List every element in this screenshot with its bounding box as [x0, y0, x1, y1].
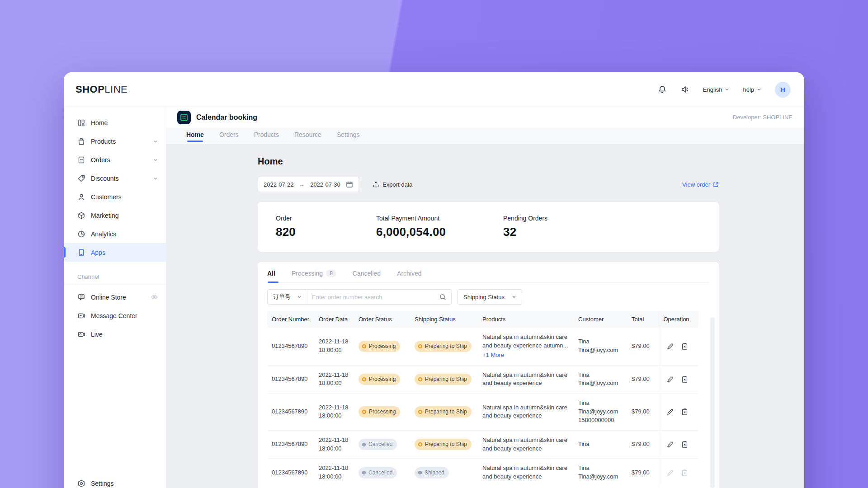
table-scrollbar[interactable]	[710, 317, 715, 488]
notification-bell-icon[interactable]	[658, 85, 667, 94]
tab-all[interactable]: All	[267, 270, 275, 282]
col-products: Products	[478, 311, 574, 328]
cell-total: $79.00	[627, 394, 659, 431]
status-badge: Shipped	[415, 467, 449, 479]
tab-settings[interactable]: Settings	[337, 131, 360, 142]
sidebar-item-live[interactable]: Live	[64, 325, 166, 343]
tab-label: Processing	[292, 270, 323, 277]
shopline-logo: SHOPLINE	[75, 84, 127, 95]
dot-icon	[418, 471, 422, 474]
ring-icon	[418, 410, 422, 414]
tab-label: Cancelled	[353, 270, 381, 277]
edit-icon[interactable]	[666, 441, 674, 448]
stat-order: Order 820	[276, 215, 376, 239]
status-badge: Processing	[359, 341, 400, 352]
status-badge: Preparing to Ship	[415, 341, 472, 352]
sidebar-item-label: Products	[91, 138, 153, 145]
sidebar: Home Products Orders Discounts Customers	[64, 107, 166, 488]
user-avatar[interactable]: H	[775, 82, 791, 98]
cell-order-data: 2022-11-1818:00:00	[314, 365, 354, 394]
edit-icon[interactable]	[666, 375, 674, 383]
help-menu[interactable]: help	[743, 86, 761, 93]
cell-operation	[659, 430, 698, 459]
ring-icon	[418, 442, 422, 446]
stat-value: 32	[503, 225, 547, 239]
ring-icon	[418, 344, 422, 348]
tab-orders[interactable]: Orders	[219, 131, 239, 142]
tab-cancelled[interactable]: Cancelled	[353, 270, 381, 282]
sidebar-item-customers[interactable]: Customers	[64, 188, 166, 206]
more-products-link[interactable]: +1 More	[482, 351, 504, 360]
shipping-status-filter[interactable]: Shipping Status	[458, 289, 522, 305]
sidebar-item-products[interactable]: Products	[64, 132, 166, 150]
chevron-down-icon	[153, 176, 158, 181]
processing-count-badge: 8	[326, 270, 336, 277]
sidebar-item-message-center[interactable]: Message Center	[64, 306, 166, 325]
sidebar-divider	[64, 285, 166, 285]
status-badge: Preparing to Ship	[415, 406, 472, 418]
message-video-icon	[77, 312, 85, 320]
cancel-order-icon[interactable]	[681, 375, 689, 383]
cancel-order-icon[interactable]	[681, 343, 689, 350]
ring-icon	[362, 410, 366, 414]
status-badge: Cancelled	[359, 467, 397, 479]
cell-shipping-status: Preparing to Ship	[410, 430, 478, 459]
cancel-order-icon[interactable]	[681, 408, 689, 416]
search-icon[interactable]	[439, 294, 446, 300]
sidebar-item-marketing[interactable]: Marketing	[64, 206, 166, 225]
order-number-search-input[interactable]	[307, 294, 439, 300]
cell-customer: TinaTina@joyy.com	[574, 365, 627, 394]
cell-order-number: 01234567890	[267, 430, 314, 459]
search-field-selector[interactable]: 订单号	[268, 290, 307, 304]
edit-icon[interactable]	[666, 343, 674, 350]
edit-icon[interactable]	[666, 408, 674, 416]
sidebar-section-channel: Channel	[64, 262, 166, 285]
sidebar-item-home[interactable]: Home	[64, 113, 166, 132]
announcement-speaker-icon[interactable]	[680, 85, 689, 94]
filter-row: 订单号 Shipping Status	[267, 289, 709, 305]
cancel-order-icon[interactable]	[681, 441, 689, 448]
sidebar-item-discounts[interactable]: Discounts	[64, 169, 166, 188]
edit-icon-disabled	[666, 469, 674, 477]
calendar-booking-app-icon	[177, 111, 191, 124]
sidebar-item-analytics[interactable]: Analytics	[64, 225, 166, 243]
chevron-down-icon	[512, 295, 516, 299]
stat-total-payment: Total Payment Amount 6,000,054.00	[376, 215, 503, 239]
cell-order-number: 01234567890	[267, 328, 314, 365]
ring-icon	[362, 344, 366, 348]
table-header-row: Order Number Order Data Order Status Shi…	[267, 311, 698, 328]
cell-operation	[659, 459, 698, 487]
sidebar-item-apps[interactable]: Apps	[64, 243, 166, 262]
sidebar-item-label: Orders	[91, 156, 153, 164]
language-selector[interactable]: English	[703, 86, 730, 93]
tab-archived[interactable]: Archived	[397, 270, 421, 282]
chevron-down-icon	[757, 87, 761, 92]
col-customer: Customer	[574, 311, 627, 328]
sidebar-item-label: Analytics	[91, 230, 158, 238]
sidebar-item-label: Marketing	[91, 212, 158, 219]
help-label: help	[743, 86, 754, 93]
date-range-picker[interactable]: 2022-07-22 → 2022-07-30	[258, 177, 359, 192]
tab-resource[interactable]: Resource	[294, 131, 321, 142]
app-tabs: Home Orders Products Resource Settings	[166, 127, 804, 145]
sidebar-item-orders[interactable]: Orders	[64, 150, 166, 169]
export-data-button[interactable]: Export data	[373, 181, 413, 188]
eye-icon[interactable]	[151, 294, 158, 300]
tab-products[interactable]: Products	[254, 131, 279, 142]
col-operation: Operation	[659, 311, 698, 328]
tab-processing[interactable]: Processing 8	[292, 270, 336, 282]
chevron-down-icon	[297, 295, 302, 299]
sidebar-item-label: Online Store	[91, 294, 151, 301]
chevron-down-icon	[725, 87, 729, 92]
tab-home[interactable]: Home	[186, 131, 204, 142]
dot-icon	[362, 443, 366, 446]
sidebar-item-online-store[interactable]: Online Store	[64, 288, 166, 306]
cell-products: Natural spa in autumn&skin care and beau…	[478, 365, 574, 394]
shopping-bag-icon	[77, 137, 85, 145]
date-to: 2022-07-30	[310, 181, 340, 188]
chevron-down-icon	[153, 158, 158, 162]
cell-order-status: Processing	[354, 394, 410, 431]
sidebar-item-settings[interactable]: Settings	[64, 474, 166, 488]
view-order-link[interactable]: View order	[682, 181, 719, 188]
date-from: 2022-07-22	[264, 181, 294, 188]
